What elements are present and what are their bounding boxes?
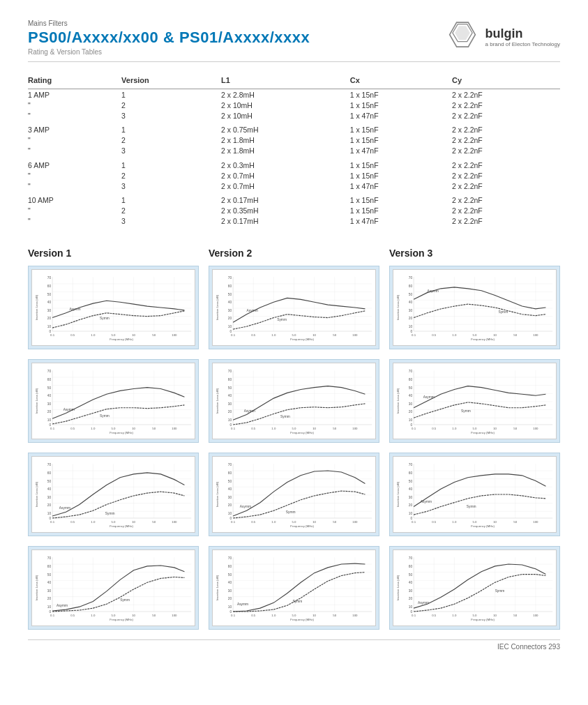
- svg-text:10: 10: [409, 418, 413, 422]
- svg-text:1.0: 1.0: [91, 333, 96, 336]
- cell-version: 3: [121, 181, 221, 191]
- chart-svg-v2-r3: 70 60 50 40 30 20 10 0 0.1 0.5 1.0 5.0 1…: [213, 457, 375, 532]
- chart-svg-v1-r2: 70 60 50 40 30 20 10 0 0.1 0.5 1.0 5.0 1…: [32, 363, 195, 439]
- svg-text:Symm: Symm: [280, 415, 290, 418]
- svg-text:50: 50: [409, 386, 413, 389]
- footer-divider: [28, 639, 560, 640]
- svg-text:50: 50: [333, 613, 336, 616]
- chart-v3-r3: 70 60 50 40 30 20 10 0 0.1 0.5 1.0 5.0 1…: [389, 453, 560, 536]
- chart-svg-v3-r4: 70 60 50 40 30 20 10 0 0.1 0.5 1.0 5.0 1…: [393, 550, 556, 626]
- cell-l1: 2 x 10mH: [221, 110, 350, 121]
- svg-text:100: 100: [172, 520, 177, 523]
- cell-cy: 2 x 2.2nF: [452, 146, 560, 156]
- svg-text:10: 10: [312, 613, 316, 616]
- chart-inner-v2-r4: 70 60 50 40 30 20 10 0 0.1 0.5 1.0 5.0 1…: [212, 549, 376, 626]
- cell-cy: 2 x 2.2nF: [452, 121, 560, 135]
- cell-l1: 2 x 0.75mH: [221, 121, 350, 135]
- svg-text:70: 70: [47, 556, 52, 560]
- svg-text:1.0: 1.0: [271, 613, 276, 616]
- svg-text:0.5: 0.5: [432, 520, 437, 523]
- cell-l1: 2 x 0.17mH: [221, 216, 350, 227]
- svg-text:60: 60: [409, 564, 413, 568]
- svg-text:50: 50: [513, 520, 517, 523]
- cell-l1: 2 x 1.8mH: [221, 135, 350, 146]
- svg-text:70: 70: [47, 276, 52, 280]
- svg-text:Frequency (MHz): Frequency (MHz): [290, 617, 314, 621]
- svg-text:0.1: 0.1: [50, 613, 55, 616]
- svg-text:70: 70: [409, 276, 413, 280]
- svg-text:50: 50: [152, 426, 156, 430]
- svg-text:30: 30: [47, 402, 52, 405]
- svg-text:10: 10: [47, 605, 52, 609]
- svg-text:10: 10: [132, 426, 135, 430]
- svg-text:Insertion Loss (dB): Insertion Loss (dB): [35, 388, 38, 414]
- category-label: Mains Filters: [28, 20, 310, 27]
- svg-text:Frequency (MHz): Frequency (MHz): [290, 524, 314, 527]
- chart-v2-r3: 70 60 50 40 30 20 10 0 0.1 0.5 1.0 5.0 1…: [209, 453, 379, 536]
- svg-text:50: 50: [47, 386, 52, 389]
- cell-cx: 1 x 47nF: [350, 216, 452, 227]
- svg-text:50: 50: [152, 613, 156, 616]
- chart-v2-r2: 70 60 50 40 30 20 10 0 0.1 0.5 1.0 5.0 1…: [209, 359, 379, 443]
- svg-text:Asymm: Asymm: [421, 499, 432, 503]
- svg-text:Symm: Symm: [100, 414, 110, 418]
- svg-text:30: 30: [228, 495, 232, 499]
- svg-text:100: 100: [352, 613, 358, 616]
- cell-rating: 1 AMP: [28, 89, 121, 100]
- svg-text:30: 30: [47, 589, 52, 592]
- svg-text:10: 10: [228, 418, 232, 422]
- cell-version: 2: [121, 100, 221, 110]
- cell-version: 3: [121, 216, 221, 227]
- svg-text:Insertion Loss (dB): Insertion Loss (dB): [216, 388, 219, 414]
- svg-text:20: 20: [409, 410, 413, 414]
- svg-text:0.1: 0.1: [412, 613, 416, 616]
- table-row: "22 x 0.35mH1 x 15nF2 x 2.2nF: [28, 206, 560, 216]
- svg-text:1.0: 1.0: [452, 520, 457, 523]
- chart-svg-v1-r1: 70 60 50 40 30 20 10 0 0.1 0.5 1.0 5.0 1…: [32, 270, 195, 345]
- svg-text:100: 100: [172, 333, 177, 336]
- svg-text:10: 10: [132, 613, 135, 616]
- page: Mains Filters PS00/Axxxx/xx00 & PS01/Axx…: [0, 0, 588, 660]
- svg-text:Asymm: Asymm: [240, 505, 251, 508]
- chart-svg-v1-r4: 70 60 50 40 30 20 10 0 0.1 0.5 1.0 5.0 1…: [32, 550, 195, 626]
- svg-text:Insertion Loss (dB): Insertion Loss (dB): [396, 575, 400, 600]
- svg-text:20: 20: [47, 597, 52, 600]
- chart-inner-v1-r1: 70 60 50 40 30 20 10 0 0.1 0.5 1.0 5.0 1…: [31, 269, 195, 346]
- cell-version: 2: [121, 170, 221, 181]
- svg-text:0.5: 0.5: [251, 613, 256, 616]
- svg-text:50: 50: [513, 333, 517, 336]
- charts-section: Version 1 Version 2 Version 3: [28, 248, 560, 630]
- cell-version: 1: [121, 156, 221, 171]
- svg-text:30: 30: [409, 589, 413, 592]
- chart-row-3: 70 60 50 40 30 20 10 0 0.1 0.5 1.0 5.0 1…: [28, 453, 560, 536]
- table-header-row: Rating Version L1 Cx Cy: [28, 75, 560, 89]
- svg-text:30: 30: [47, 495, 52, 499]
- cell-cy: 2 x 2.2nF: [452, 110, 560, 121]
- svg-text:70: 70: [47, 370, 52, 373]
- svg-text:10: 10: [312, 426, 316, 430]
- table-row: 3 AMP12 x 0.75mH1 x 15nF2 x 2.2nF: [28, 121, 560, 135]
- cell-cx: 1 x 15nF: [350, 89, 452, 100]
- svg-text:60: 60: [228, 564, 232, 568]
- logo-text-area: bulgin a brand of Electon Technology: [485, 26, 560, 47]
- table-row: "32 x 10mH1 x 47nF2 x 2.2nF: [28, 110, 560, 121]
- cell-l1: 2 x 0.35mH: [221, 206, 350, 216]
- cell-l1: 2 x 2.8mH: [221, 89, 350, 100]
- chart-svg-v2-r4: 70 60 50 40 30 20 10 0 0.1 0.5 1.0 5.0 1…: [213, 550, 375, 626]
- svg-text:10: 10: [132, 520, 135, 523]
- svg-text:0.5: 0.5: [432, 426, 437, 430]
- svg-text:1.0: 1.0: [271, 333, 276, 336]
- svg-text:0.1: 0.1: [412, 520, 416, 523]
- svg-text:0.1: 0.1: [231, 520, 236, 523]
- svg-text:5.0: 5.0: [472, 613, 477, 616]
- svg-text:Symm: Symm: [277, 318, 287, 321]
- svg-text:10: 10: [493, 333, 497, 336]
- cell-l1: 2 x 0.3mH: [221, 156, 350, 171]
- svg-text:20: 20: [409, 597, 413, 600]
- chart-v1-r2: 70 60 50 40 30 20 10 0 0.1 0.5 1.0 5.0 1…: [28, 359, 199, 443]
- chart-row-2: 70 60 50 40 30 20 10 0 0.1 0.5 1.0 5.0 1…: [28, 359, 560, 443]
- svg-text:Symm: Symm: [105, 512, 115, 515]
- cell-cy: 2 x 2.2nF: [452, 191, 560, 206]
- chart-inner-v2-r3: 70 60 50 40 30 20 10 0 0.1 0.5 1.0 5.0 1…: [212, 456, 376, 533]
- svg-text:70: 70: [47, 463, 52, 467]
